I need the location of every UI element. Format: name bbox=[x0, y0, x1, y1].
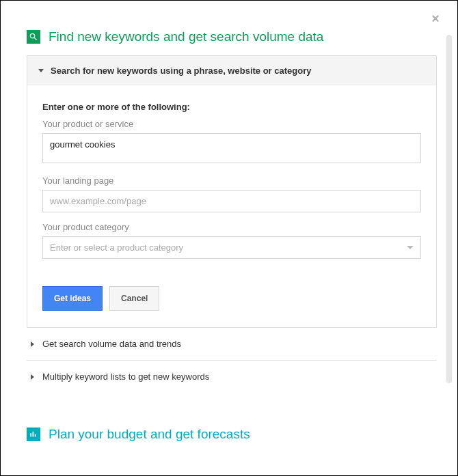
select-placeholder: Enter or select a product category bbox=[50, 242, 183, 253]
bar-chart-icon bbox=[27, 428, 40, 441]
accordion-header-search-keywords[interactable]: Search for new keywords using a phrase, … bbox=[27, 56, 436, 85]
product-category-label: Your product category bbox=[42, 222, 421, 232]
chevron-right-icon bbox=[31, 374, 34, 380]
section-title: Find new keywords and get search volume … bbox=[49, 29, 323, 44]
accordion-item-search-volume[interactable]: Get search volume data and trends bbox=[27, 328, 437, 360]
product-service-label: Your product or service bbox=[42, 119, 421, 129]
accordion-body: Enter one or more of the following: Your… bbox=[27, 85, 436, 327]
close-button[interactable]: × bbox=[431, 12, 440, 25]
button-row: Get ideas Cancel bbox=[42, 286, 421, 311]
product-service-input[interactable] bbox=[42, 133, 421, 163]
keyword-planner-dialog: × Find new keywords and get search volum… bbox=[1, 1, 457, 475]
get-ideas-button[interactable]: Get ideas bbox=[42, 286, 103, 311]
product-category-select[interactable]: Enter or select a product category bbox=[42, 236, 421, 259]
section-title: Plan your budget and get forecasts bbox=[49, 427, 250, 442]
landing-page-input[interactable] bbox=[42, 190, 421, 212]
accordion-header-label: Search for new keywords using a phrase, … bbox=[51, 66, 311, 76]
scrollbar[interactable] bbox=[446, 35, 452, 383]
landing-page-label: Your landing page bbox=[42, 176, 421, 186]
chevron-down-icon bbox=[38, 69, 44, 72]
section-find-keywords-header: Find new keywords and get search volume … bbox=[27, 29, 437, 44]
accordion-item-multiply-lists[interactable]: Multiply keyword lists to get new keywor… bbox=[27, 361, 437, 393]
search-keywords-panel: Search for new keywords using a phrase, … bbox=[27, 55, 437, 328]
chevron-down-icon bbox=[407, 246, 414, 249]
section-plan-budget-header: Plan your budget and get forecasts bbox=[27, 427, 437, 442]
instruction-text: Enter one or more of the following: bbox=[42, 102, 421, 112]
chevron-right-icon bbox=[31, 341, 34, 347]
cancel-button[interactable]: Cancel bbox=[109, 286, 159, 311]
sub-item-label: Get search volume data and trends bbox=[42, 339, 181, 349]
search-icon bbox=[27, 30, 40, 44]
sub-item-label: Multiply keyword lists to get new keywor… bbox=[42, 372, 209, 382]
